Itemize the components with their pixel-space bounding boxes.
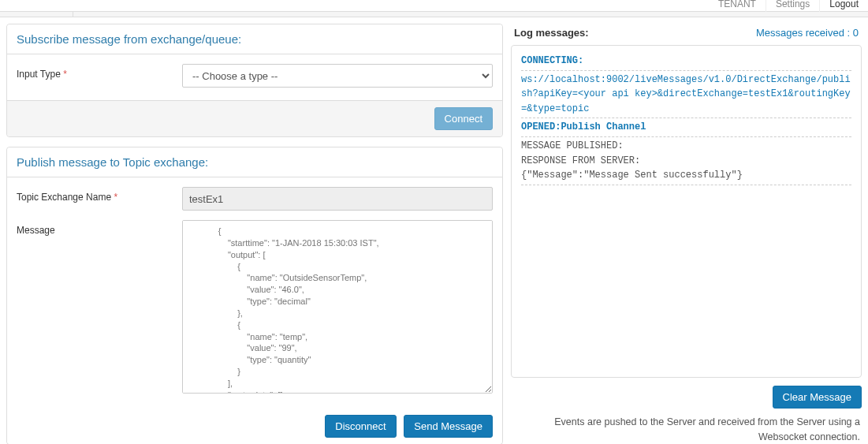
input-type-label: Input Type * <box>17 64 182 88</box>
publish-panel-footer: Disconnect Send Message <box>7 409 502 444</box>
subscribe-panel: Subscribe message from exchange/queue: I… <box>6 24 503 137</box>
input-type-control: -- Choose a type -- <box>182 64 493 88</box>
log-title: Log messages: <box>514 27 589 39</box>
secondary-bar-divider <box>73 12 73 17</box>
send-message-button[interactable]: Send Message <box>404 415 493 438</box>
message-label: Message <box>17 220 182 396</box>
log-line-published: MESSAGE PUBLISHED: <box>521 139 851 154</box>
disconnect-button[interactable]: Disconnect <box>325 415 396 438</box>
log-line-opened: OPENED:Publish Channel <box>521 120 851 137</box>
subscribe-panel-title: Subscribe message from exchange/queue: <box>7 24 502 54</box>
subscribe-panel-footer: Connect <box>7 100 502 136</box>
log-line-connecting: CONNECTING: <box>521 54 851 71</box>
message-row: Message <box>17 220 493 396</box>
right-column: Log messages: Messages received : 0 CONN… <box>511 24 862 444</box>
clear-row: Clear Message <box>511 386 862 409</box>
log-line-body: {"Message":"Message Sent successfully"} <box>521 168 851 185</box>
message-textarea[interactable] <box>182 220 493 394</box>
exchange-name-label-text: Topic Exchange Name <box>17 192 111 203</box>
left-column: Subscribe message from exchange/queue: I… <box>6 24 503 444</box>
top-bar: TENANT Settings Logout <box>0 0 868 12</box>
publish-panel-body: Topic Exchange Name * Message <box>7 177 502 409</box>
connect-button[interactable]: Connect <box>434 107 493 130</box>
messages-received-count: Messages received : 0 <box>756 27 859 39</box>
log-line-response: RESPONSE FROM SERVER: <box>521 154 851 169</box>
input-type-select[interactable]: -- Choose a type -- <box>182 64 493 88</box>
exchange-name-control <box>182 187 493 211</box>
main-container: Subscribe message from exchange/queue: I… <box>0 17 868 444</box>
footer-note: Events are pushed to the Server and rece… <box>511 415 862 444</box>
clear-message-button[interactable]: Clear Message <box>773 386 862 409</box>
required-star-icon: * <box>114 192 117 203</box>
exchange-name-label: Topic Exchange Name * <box>17 187 182 211</box>
required-star-icon: * <box>63 69 67 80</box>
input-type-row: Input Type * -- Choose a type -- <box>17 64 493 88</box>
input-type-label-text: Input Type <box>17 69 61 80</box>
publish-panel: Publish message to Topic exchange: Topic… <box>6 147 503 444</box>
exchange-name-row: Topic Exchange Name * <box>17 187 493 211</box>
publish-panel-title: Publish message to Topic exchange: <box>7 147 502 177</box>
exchange-name-input[interactable] <box>182 187 493 211</box>
log-line-url: ws://localhost:9002/liveMessages/v1.0/Di… <box>521 73 851 119</box>
log-header: Log messages: Messages received : 0 <box>511 24 862 45</box>
log-box: CONNECTING: ws://localhost:9002/liveMess… <box>511 45 862 378</box>
subscribe-panel-body: Input Type * -- Choose a type -- <box>7 54 502 100</box>
message-control <box>182 220 493 396</box>
secondary-bar <box>0 12 868 17</box>
